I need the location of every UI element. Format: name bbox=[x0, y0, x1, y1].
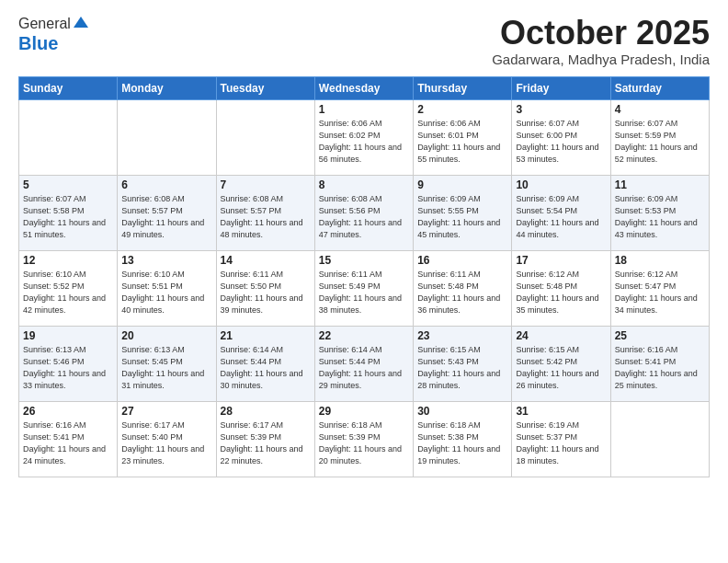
calendar-week-3: 12Sunrise: 6:10 AM Sunset: 5:52 PM Dayli… bbox=[19, 250, 710, 326]
day-number: 16 bbox=[417, 254, 507, 267]
day-number: 21 bbox=[221, 329, 311, 342]
title-section: October 2025 Gadarwara, Madhya Pradesh, … bbox=[492, 15, 710, 67]
subtitle: Gadarwara, Madhya Pradesh, India bbox=[492, 52, 710, 67]
calendar-cell bbox=[118, 99, 216, 175]
calendar-cell bbox=[610, 401, 709, 477]
day-detail: Sunrise: 6:11 AM Sunset: 5:48 PM Dayligh… bbox=[417, 269, 507, 316]
day-number: 1 bbox=[319, 103, 409, 116]
day-number: 15 bbox=[319, 254, 409, 267]
day-number: 6 bbox=[121, 178, 211, 191]
calendar-cell: 12Sunrise: 6:10 AM Sunset: 5:52 PM Dayli… bbox=[19, 250, 118, 326]
day-detail: Sunrise: 6:11 AM Sunset: 5:49 PM Dayligh… bbox=[319, 269, 409, 316]
day-number: 24 bbox=[516, 329, 606, 342]
day-number: 3 bbox=[516, 103, 606, 116]
calendar-cell bbox=[19, 99, 118, 175]
day-detail: Sunrise: 6:10 AM Sunset: 5:51 PM Dayligh… bbox=[121, 269, 211, 316]
day-detail: Sunrise: 6:06 AM Sunset: 6:02 PM Dayligh… bbox=[319, 118, 409, 166]
day-detail: Sunrise: 6:07 AM Sunset: 5:59 PM Dayligh… bbox=[615, 118, 705, 166]
svg-marker-0 bbox=[74, 17, 88, 28]
calendar-cell: 26Sunrise: 6:16 AM Sunset: 5:41 PM Dayli… bbox=[19, 401, 118, 477]
day-detail: Sunrise: 6:14 AM Sunset: 5:44 PM Dayligh… bbox=[319, 344, 409, 392]
day-detail: Sunrise: 6:10 AM Sunset: 5:52 PM Dayligh… bbox=[23, 269, 113, 316]
calendar-week-2: 5Sunrise: 6:07 AM Sunset: 5:58 PM Daylig… bbox=[19, 175, 710, 250]
column-header-sunday: Sunday bbox=[19, 76, 118, 99]
day-detail: Sunrise: 6:18 AM Sunset: 5:38 PM Dayligh… bbox=[417, 419, 507, 467]
day-detail: Sunrise: 6:17 AM Sunset: 5:39 PM Dayligh… bbox=[221, 419, 311, 467]
day-detail: Sunrise: 6:17 AM Sunset: 5:40 PM Dayligh… bbox=[121, 419, 211, 467]
calendar-cell: 6Sunrise: 6:08 AM Sunset: 5:57 PM Daylig… bbox=[118, 175, 216, 250]
calendar-cell: 21Sunrise: 6:14 AM Sunset: 5:44 PM Dayli… bbox=[216, 326, 314, 401]
day-number: 13 bbox=[121, 254, 211, 267]
day-number: 12 bbox=[23, 254, 113, 267]
day-detail: Sunrise: 6:09 AM Sunset: 5:55 PM Dayligh… bbox=[417, 193, 507, 241]
day-detail: Sunrise: 6:13 AM Sunset: 5:45 PM Dayligh… bbox=[121, 344, 211, 392]
day-number: 20 bbox=[121, 329, 211, 342]
day-detail: Sunrise: 6:07 AM Sunset: 6:00 PM Dayligh… bbox=[516, 118, 606, 166]
calendar-cell: 2Sunrise: 6:06 AM Sunset: 6:01 PM Daylig… bbox=[414, 99, 512, 175]
calendar-cell: 20Sunrise: 6:13 AM Sunset: 5:45 PM Dayli… bbox=[118, 326, 216, 401]
day-detail: Sunrise: 6:08 AM Sunset: 5:56 PM Dayligh… bbox=[319, 193, 409, 241]
day-detail: Sunrise: 6:08 AM Sunset: 5:57 PM Dayligh… bbox=[221, 193, 311, 241]
column-header-thursday: Thursday bbox=[414, 76, 512, 99]
day-detail: Sunrise: 6:12 AM Sunset: 5:48 PM Dayligh… bbox=[516, 269, 606, 316]
day-detail: Sunrise: 6:11 AM Sunset: 5:50 PM Dayligh… bbox=[221, 269, 311, 316]
day-number: 19 bbox=[23, 329, 113, 342]
day-detail: Sunrise: 6:14 AM Sunset: 5:44 PM Dayligh… bbox=[221, 344, 311, 392]
calendar-cell: 15Sunrise: 6:11 AM Sunset: 5:49 PM Dayli… bbox=[314, 250, 413, 326]
day-detail: Sunrise: 6:16 AM Sunset: 5:41 PM Dayligh… bbox=[615, 344, 705, 392]
day-number: 7 bbox=[221, 178, 311, 191]
month-title: October 2025 bbox=[492, 15, 710, 52]
day-detail: Sunrise: 6:15 AM Sunset: 5:42 PM Dayligh… bbox=[516, 344, 606, 392]
calendar-cell: 18Sunrise: 6:12 AM Sunset: 5:47 PM Dayli… bbox=[610, 250, 709, 326]
calendar-cell: 5Sunrise: 6:07 AM Sunset: 5:58 PM Daylig… bbox=[19, 175, 118, 250]
column-header-wednesday: Wednesday bbox=[314, 76, 413, 99]
day-detail: Sunrise: 6:16 AM Sunset: 5:41 PM Dayligh… bbox=[23, 419, 113, 467]
calendar-cell: 14Sunrise: 6:11 AM Sunset: 5:50 PM Dayli… bbox=[216, 250, 314, 326]
day-number: 25 bbox=[615, 329, 705, 342]
day-detail: Sunrise: 6:08 AM Sunset: 5:57 PM Dayligh… bbox=[121, 193, 211, 241]
calendar-cell: 3Sunrise: 6:07 AM Sunset: 6:00 PM Daylig… bbox=[512, 99, 610, 175]
day-detail: Sunrise: 6:06 AM Sunset: 6:01 PM Dayligh… bbox=[417, 118, 507, 166]
day-number: 17 bbox=[516, 254, 606, 267]
day-number: 23 bbox=[417, 329, 507, 342]
day-number: 28 bbox=[221, 405, 311, 418]
day-number: 11 bbox=[615, 178, 705, 191]
calendar-cell: 28Sunrise: 6:17 AM Sunset: 5:39 PM Dayli… bbox=[216, 401, 314, 477]
column-header-friday: Friday bbox=[512, 76, 610, 99]
day-number: 9 bbox=[417, 178, 507, 191]
calendar-cell: 29Sunrise: 6:18 AM Sunset: 5:39 PM Dayli… bbox=[314, 401, 413, 477]
calendar: SundayMondayTuesdayWednesdayThursdayFrid… bbox=[18, 76, 710, 477]
day-detail: Sunrise: 6:18 AM Sunset: 5:39 PM Dayligh… bbox=[319, 419, 409, 467]
day-detail: Sunrise: 6:09 AM Sunset: 5:54 PM Dayligh… bbox=[516, 193, 606, 241]
calendar-cell: 19Sunrise: 6:13 AM Sunset: 5:46 PM Dayli… bbox=[19, 326, 118, 401]
day-detail: Sunrise: 6:15 AM Sunset: 5:43 PM Dayligh… bbox=[417, 344, 507, 392]
day-number: 22 bbox=[319, 329, 409, 342]
day-number: 29 bbox=[319, 405, 409, 418]
day-number: 5 bbox=[23, 178, 113, 191]
calendar-cell: 27Sunrise: 6:17 AM Sunset: 5:40 PM Dayli… bbox=[118, 401, 216, 477]
calendar-cell: 30Sunrise: 6:18 AM Sunset: 5:38 PM Dayli… bbox=[414, 401, 512, 477]
calendar-cell: 17Sunrise: 6:12 AM Sunset: 5:48 PM Dayli… bbox=[512, 250, 610, 326]
day-number: 4 bbox=[615, 103, 705, 116]
logo: General Blue bbox=[18, 15, 88, 54]
day-number: 2 bbox=[417, 103, 507, 116]
page: General Blue October 2025 Gadarwara, Mad… bbox=[0, 0, 728, 563]
day-number: 27 bbox=[121, 405, 211, 418]
calendar-cell: 10Sunrise: 6:09 AM Sunset: 5:54 PM Dayli… bbox=[512, 175, 610, 250]
logo-triangle-icon bbox=[74, 15, 88, 33]
calendar-cell: 7Sunrise: 6:08 AM Sunset: 5:57 PM Daylig… bbox=[216, 175, 314, 250]
calendar-cell: 25Sunrise: 6:16 AM Sunset: 5:41 PM Dayli… bbox=[610, 326, 709, 401]
day-number: 31 bbox=[516, 405, 606, 418]
calendar-cell: 8Sunrise: 6:08 AM Sunset: 5:56 PM Daylig… bbox=[314, 175, 413, 250]
calendar-cell: 16Sunrise: 6:11 AM Sunset: 5:48 PM Dayli… bbox=[414, 250, 512, 326]
calendar-cell: 31Sunrise: 6:19 AM Sunset: 5:37 PM Dayli… bbox=[512, 401, 610, 477]
column-header-saturday: Saturday bbox=[610, 76, 709, 99]
header: General Blue October 2025 Gadarwara, Mad… bbox=[18, 15, 710, 67]
calendar-cell: 9Sunrise: 6:09 AM Sunset: 5:55 PM Daylig… bbox=[414, 175, 512, 250]
logo-blue-text: Blue bbox=[18, 33, 58, 53]
calendar-header-row: SundayMondayTuesdayWednesdayThursdayFrid… bbox=[19, 76, 710, 99]
column-header-tuesday: Tuesday bbox=[216, 76, 314, 99]
calendar-week-4: 19Sunrise: 6:13 AM Sunset: 5:46 PM Dayli… bbox=[19, 326, 710, 401]
day-detail: Sunrise: 6:12 AM Sunset: 5:47 PM Dayligh… bbox=[615, 269, 705, 316]
column-header-monday: Monday bbox=[118, 76, 216, 99]
